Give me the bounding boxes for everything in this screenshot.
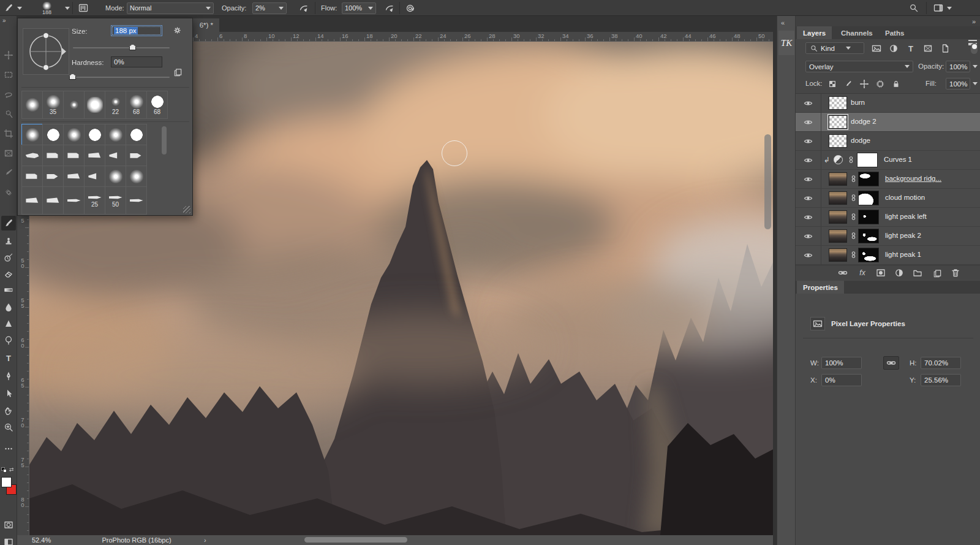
layer-thumbnail[interactable] [829, 172, 847, 186]
hardness-input[interactable]: 0% [111, 56, 162, 67]
brush-cell-r0-c3[interactable] [84, 124, 105, 145]
mask-link-icon[interactable] [850, 232, 858, 240]
quick-mask-button[interactable] [1, 517, 16, 532]
layer-mask-thumbnail[interactable] [858, 172, 879, 186]
filter-pixel-layers-button[interactable] [870, 42, 883, 55]
crop-tool[interactable] [1, 126, 16, 141]
brush-tool-preset[interactable] [4, 0, 22, 16]
tab-properties[interactable]: Properties [797, 281, 844, 294]
layer-thumbnail[interactable] [829, 248, 847, 262]
layer-thumbnail[interactable] [829, 96, 847, 110]
tab-channels[interactable]: Channels [835, 26, 879, 39]
delete-layer-button[interactable] [950, 267, 961, 278]
layer-row-cloud-motion[interactable]: cloud motion [796, 189, 980, 208]
lock-pixels-button[interactable] [842, 78, 854, 90]
brush-cell-r3-c3[interactable]: 25 [84, 186, 105, 215]
layer-thumbnail[interactable] [829, 134, 847, 148]
brush-size-input[interactable]: 188 px [111, 25, 162, 36]
filter-shape-layers-button[interactable] [922, 42, 934, 55]
layer-thumbnail[interactable] [829, 210, 847, 224]
brush-preset-2[interactable] [63, 91, 85, 119]
hand-tool[interactable] [1, 403, 16, 418]
brush-cell-r3-c5[interactable] [126, 186, 147, 215]
lock-all-button[interactable] [890, 78, 902, 90]
brush-cell-r0-c4[interactable] [105, 124, 126, 145]
brush-cell-r2-c0[interactable] [21, 166, 43, 187]
link-wh-button[interactable] [883, 356, 899, 370]
brush-cell-r2-c4[interactable] [105, 166, 126, 187]
brush-cell-r1-c2[interactable] [63, 145, 85, 166]
layer-name[interactable]: dodge [851, 137, 870, 144]
brush-grid-scrollbar[interactable] [162, 126, 167, 154]
brush-preset-4[interactable]: 22 [105, 91, 126, 119]
opacity-pressure-button[interactable] [299, 0, 309, 16]
eyedropper-tool[interactable] [1, 166, 16, 180]
tab-paths[interactable]: Paths [879, 26, 910, 39]
eye-toggle[interactable] [796, 208, 821, 227]
new-adjustment-layer-button[interactable] [894, 267, 905, 278]
layer-name[interactable]: cloud motion [885, 194, 925, 201]
new-group-button[interactable] [912, 267, 923, 278]
mask-link-icon[interactable] [850, 213, 858, 221]
airbrush-button[interactable] [385, 0, 394, 16]
screen-mode-button[interactable] [1, 535, 16, 545]
brush-cell-r3-c1[interactable] [42, 186, 64, 215]
history-brush-tool[interactable] [1, 250, 16, 265]
eye-toggle[interactable] [796, 113, 821, 132]
brush-preset-5[interactable]: 68 [126, 91, 147, 119]
brush-cell-r1-c1[interactable] [42, 145, 64, 166]
filter-type-layers-button[interactable]: T [905, 42, 917, 55]
eye-toggle[interactable] [796, 227, 821, 246]
brush-preset-6[interactable]: 68 [146, 91, 168, 119]
blur-tool[interactable] [1, 300, 16, 314]
filter-adjustment-layers-button[interactable] [888, 42, 900, 55]
quick-select-tool[interactable] [1, 107, 16, 121]
new-preset-button[interactable] [173, 67, 183, 77]
brush-cell-r2-c2[interactable] [63, 166, 85, 187]
filter-kind-select[interactable]: Kind [805, 42, 864, 54]
eraser-tool[interactable] [1, 267, 16, 281]
default-colors-button[interactable] [1, 467, 7, 473]
workspace-switcher[interactable] [933, 0, 952, 16]
layer-name[interactable]: light peak 2 [885, 232, 921, 239]
brush-cell-r2-c1[interactable] [42, 166, 64, 187]
collapse-panels-button[interactable]: « [781, 19, 785, 26]
height-input[interactable]: 70.02% [921, 357, 961, 369]
brush-preset-1[interactable]: 35 [42, 91, 64, 119]
eye-toggle[interactable] [796, 151, 821, 170]
brush-cell-r0-c5[interactable] [126, 124, 147, 145]
move-tool[interactable] [1, 48, 16, 63]
layer-row-light-peak-1[interactable]: light peak 1 [796, 246, 980, 265]
layer-opacity-scrubber[interactable] [970, 61, 980, 72]
layer-thumbnail[interactable] [829, 115, 847, 129]
layer-blend-mode-select[interactable]: Overlay [805, 61, 913, 72]
layer-name[interactable]: burn [851, 99, 865, 106]
brush-cell-r1-c3[interactable] [84, 145, 105, 166]
eye-toggle[interactable] [796, 94, 821, 113]
status-chevron[interactable]: › [204, 536, 206, 544]
vertical-scrollbar[interactable] [764, 134, 771, 229]
tab-layers[interactable]: Layers [797, 26, 832, 39]
toggle-brush-settings-button[interactable] [78, 0, 88, 16]
zoom-level[interactable]: 52.4% [32, 536, 51, 544]
lock-position-button[interactable] [858, 78, 870, 90]
brush-cell-r1-c0[interactable] [21, 145, 43, 166]
mask-link-icon[interactable] [850, 175, 858, 183]
filter-smart-objects-button[interactable] [939, 42, 951, 55]
brush-cell-r2-c5[interactable] [126, 166, 147, 187]
layer-row-light-peak-2[interactable]: light peak 2 [796, 227, 980, 246]
brush-angle-control[interactable] [23, 28, 69, 75]
layer-row-Curves-1[interactable]: ↳Curves 1 [796, 151, 980, 170]
hardness-slider-thumb[interactable] [69, 74, 76, 80]
add-mask-button[interactable] [875, 267, 886, 278]
expand-panels-button[interactable]: » [972, 18, 976, 25]
mask-link-icon[interactable] [850, 194, 858, 202]
layer-name[interactable]: light peak left [885, 213, 927, 220]
smoothing-button[interactable] [405, 0, 415, 16]
layer-row-burn[interactable]: burn [796, 94, 980, 113]
panel-resize-grip[interactable] [183, 206, 190, 213]
search-button[interactable] [909, 0, 919, 16]
eye-toggle[interactable] [796, 132, 821, 151]
size-slider-thumb[interactable] [129, 44, 136, 50]
brush-cell-r3-c2[interactable] [63, 186, 85, 215]
